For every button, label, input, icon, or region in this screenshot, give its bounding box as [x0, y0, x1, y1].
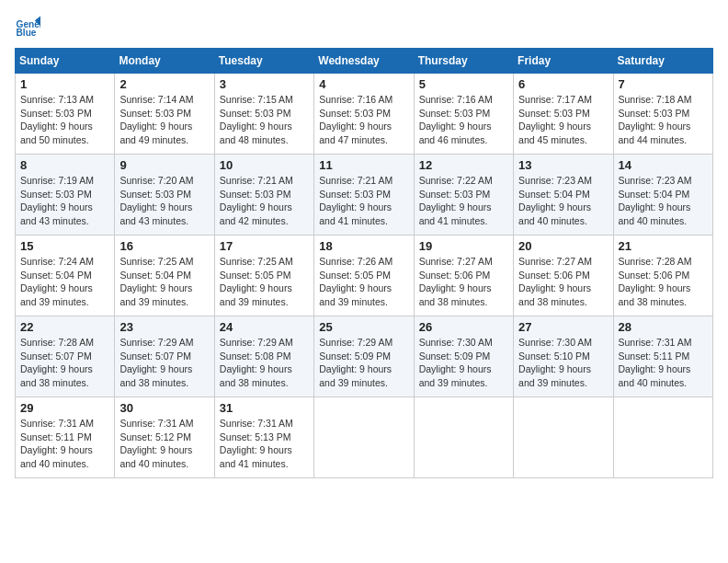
day-number: 1 — [20, 77, 109, 91]
day-number: 14 — [619, 158, 708, 172]
day-info: Sunrise: 7:28 AM Sunset: 5:06 PM Dayligh… — [619, 255, 708, 309]
calendar-week-row: 1Sunrise: 7:13 AM Sunset: 5:03 PM Daylig… — [16, 74, 713, 155]
weekday-header-saturday: Saturday — [613, 49, 712, 74]
calendar-cell: 12Sunrise: 7:22 AM Sunset: 5:03 PM Dayli… — [414, 155, 513, 236]
calendar-week-row: 8Sunrise: 7:19 AM Sunset: 5:03 PM Daylig… — [16, 155, 713, 236]
day-number: 15 — [20, 239, 109, 253]
calendar-cell: 19Sunrise: 7:27 AM Sunset: 5:06 PM Dayli… — [414, 236, 513, 316]
calendar-cell: 22Sunrise: 7:28 AM Sunset: 5:07 PM Dayli… — [16, 316, 115, 397]
calendar-cell: 5Sunrise: 7:16 AM Sunset: 5:03 PM Daylig… — [414, 74, 513, 155]
calendar-cell — [314, 397, 414, 478]
calendar-cell: 11Sunrise: 7:21 AM Sunset: 5:03 PM Dayli… — [314, 155, 414, 236]
day-number: 4 — [319, 77, 408, 91]
day-number: 5 — [419, 77, 508, 91]
calendar-cell: 23Sunrise: 7:29 AM Sunset: 5:07 PM Dayli… — [115, 316, 214, 397]
day-info: Sunrise: 7:21 AM Sunset: 5:03 PM Dayligh… — [220, 174, 309, 228]
day-info: Sunrise: 7:21 AM Sunset: 5:03 PM Dayligh… — [319, 174, 408, 228]
day-info: Sunrise: 7:14 AM Sunset: 5:03 PM Dayligh… — [119, 93, 209, 147]
day-info: Sunrise: 7:17 AM Sunset: 5:03 PM Dayligh… — [518, 93, 608, 147]
calendar-cell: 10Sunrise: 7:21 AM Sunset: 5:03 PM Dayli… — [214, 155, 313, 236]
svg-text:Blue: Blue — [17, 28, 37, 38]
day-info: Sunrise: 7:31 AM Sunset: 5:13 PM Dayligh… — [220, 417, 309, 471]
day-info: Sunrise: 7:30 AM Sunset: 5:10 PM Dayligh… — [518, 336, 608, 390]
weekday-header-friday: Friday — [514, 49, 613, 74]
calendar-week-row: 15Sunrise: 7:24 AM Sunset: 5:04 PM Dayli… — [16, 236, 713, 316]
calendar-cell: 3Sunrise: 7:15 AM Sunset: 5:03 PM Daylig… — [214, 74, 313, 155]
day-number: 16 — [119, 239, 209, 253]
day-info: Sunrise: 7:23 AM Sunset: 5:04 PM Dayligh… — [619, 174, 708, 228]
day-info: Sunrise: 7:28 AM Sunset: 5:07 PM Dayligh… — [20, 336, 109, 390]
day-number: 27 — [518, 320, 608, 334]
day-info: Sunrise: 7:26 AM Sunset: 5:05 PM Dayligh… — [319, 255, 408, 309]
weekday-header-thursday: Thursday — [414, 49, 513, 74]
day-number: 26 — [419, 320, 508, 334]
calendar-cell: 8Sunrise: 7:19 AM Sunset: 5:03 PM Daylig… — [16, 155, 115, 236]
calendar-cell: 28Sunrise: 7:31 AM Sunset: 5:11 PM Dayli… — [613, 316, 712, 397]
day-info: Sunrise: 7:30 AM Sunset: 5:09 PM Dayligh… — [419, 336, 508, 390]
calendar-cell: 26Sunrise: 7:30 AM Sunset: 5:09 PM Dayli… — [414, 316, 513, 397]
calendar-cell: 21Sunrise: 7:28 AM Sunset: 5:06 PM Dayli… — [613, 236, 712, 316]
day-info: Sunrise: 7:19 AM Sunset: 5:03 PM Dayligh… — [20, 174, 109, 228]
calendar-cell: 13Sunrise: 7:23 AM Sunset: 5:04 PM Dayli… — [514, 155, 613, 236]
calendar-cell: 4Sunrise: 7:16 AM Sunset: 5:03 PM Daylig… — [314, 74, 414, 155]
calendar-cell: 29Sunrise: 7:31 AM Sunset: 5:11 PM Dayli… — [16, 397, 115, 478]
day-number: 30 — [119, 401, 209, 415]
day-number: 31 — [220, 401, 309, 415]
day-number: 10 — [220, 158, 309, 172]
calendar-cell: 25Sunrise: 7:29 AM Sunset: 5:09 PM Dayli… — [314, 316, 414, 397]
calendar-week-row: 29Sunrise: 7:31 AM Sunset: 5:11 PM Dayli… — [16, 397, 713, 478]
calendar-cell: 2Sunrise: 7:14 AM Sunset: 5:03 PM Daylig… — [115, 74, 214, 155]
calendar-cell: 17Sunrise: 7:25 AM Sunset: 5:05 PM Dayli… — [214, 236, 313, 316]
calendar-cell: 15Sunrise: 7:24 AM Sunset: 5:04 PM Dayli… — [16, 236, 115, 316]
day-info: Sunrise: 7:20 AM Sunset: 5:03 PM Dayligh… — [119, 174, 209, 228]
day-number: 8 — [20, 158, 109, 172]
calendar-cell: 9Sunrise: 7:20 AM Sunset: 5:03 PM Daylig… — [115, 155, 214, 236]
day-number: 12 — [419, 158, 508, 172]
calendar-cell: 7Sunrise: 7:18 AM Sunset: 5:03 PM Daylig… — [613, 74, 712, 155]
logo: General Blue — [15, 15, 44, 40]
day-number: 7 — [619, 77, 708, 91]
day-info: Sunrise: 7:29 AM Sunset: 5:09 PM Dayligh… — [319, 336, 408, 390]
day-info: Sunrise: 7:25 AM Sunset: 5:04 PM Dayligh… — [119, 255, 209, 309]
page-header: General Blue — [15, 15, 713, 40]
day-info: Sunrise: 7:29 AM Sunset: 5:07 PM Dayligh… — [119, 336, 209, 390]
calendar-cell: 1Sunrise: 7:13 AM Sunset: 5:03 PM Daylig… — [16, 74, 115, 155]
day-info: Sunrise: 7:18 AM Sunset: 5:03 PM Dayligh… — [619, 93, 708, 147]
day-info: Sunrise: 7:31 AM Sunset: 5:12 PM Dayligh… — [119, 417, 209, 471]
day-number: 22 — [20, 320, 109, 334]
calendar-cell: 16Sunrise: 7:25 AM Sunset: 5:04 PM Dayli… — [115, 236, 214, 316]
day-info: Sunrise: 7:16 AM Sunset: 5:03 PM Dayligh… — [419, 93, 508, 147]
day-number: 25 — [319, 320, 408, 334]
weekday-header-sunday: Sunday — [16, 49, 115, 74]
day-info: Sunrise: 7:27 AM Sunset: 5:06 PM Dayligh… — [518, 255, 608, 309]
day-number: 23 — [119, 320, 209, 334]
day-number: 29 — [20, 401, 109, 415]
weekday-header-tuesday: Tuesday — [214, 49, 313, 74]
day-info: Sunrise: 7:25 AM Sunset: 5:05 PM Dayligh… — [220, 255, 309, 309]
day-number: 19 — [419, 239, 508, 253]
day-number: 21 — [619, 239, 708, 253]
calendar-week-row: 22Sunrise: 7:28 AM Sunset: 5:07 PM Dayli… — [16, 316, 713, 397]
day-info: Sunrise: 7:23 AM Sunset: 5:04 PM Dayligh… — [518, 174, 608, 228]
day-number: 2 — [119, 77, 209, 91]
calendar-cell: 14Sunrise: 7:23 AM Sunset: 5:04 PM Dayli… — [613, 155, 712, 236]
calendar-cell: 18Sunrise: 7:26 AM Sunset: 5:05 PM Dayli… — [314, 236, 414, 316]
day-info: Sunrise: 7:27 AM Sunset: 5:06 PM Dayligh… — [419, 255, 508, 309]
weekday-header-wednesday: Wednesday — [314, 49, 414, 74]
day-number: 6 — [518, 77, 608, 91]
day-number: 11 — [319, 158, 408, 172]
day-number: 20 — [518, 239, 608, 253]
day-info: Sunrise: 7:24 AM Sunset: 5:04 PM Dayligh… — [20, 255, 109, 309]
calendar-cell: 31Sunrise: 7:31 AM Sunset: 5:13 PM Dayli… — [214, 397, 313, 478]
calendar-cell: 6Sunrise: 7:17 AM Sunset: 5:03 PM Daylig… — [514, 74, 613, 155]
day-info: Sunrise: 7:13 AM Sunset: 5:03 PM Dayligh… — [20, 93, 109, 147]
day-number: 9 — [119, 158, 209, 172]
calendar-header-row: SundayMondayTuesdayWednesdayThursdayFrid… — [16, 49, 713, 74]
day-info: Sunrise: 7:31 AM Sunset: 5:11 PM Dayligh… — [20, 417, 109, 471]
day-number: 28 — [619, 320, 708, 334]
calendar-cell: 27Sunrise: 7:30 AM Sunset: 5:10 PM Dayli… — [514, 316, 613, 397]
logo-icon: General Blue — [15, 15, 40, 40]
day-info: Sunrise: 7:22 AM Sunset: 5:03 PM Dayligh… — [419, 174, 508, 228]
calendar-cell: 30Sunrise: 7:31 AM Sunset: 5:12 PM Dayli… — [115, 397, 214, 478]
day-info: Sunrise: 7:29 AM Sunset: 5:08 PM Dayligh… — [220, 336, 309, 390]
